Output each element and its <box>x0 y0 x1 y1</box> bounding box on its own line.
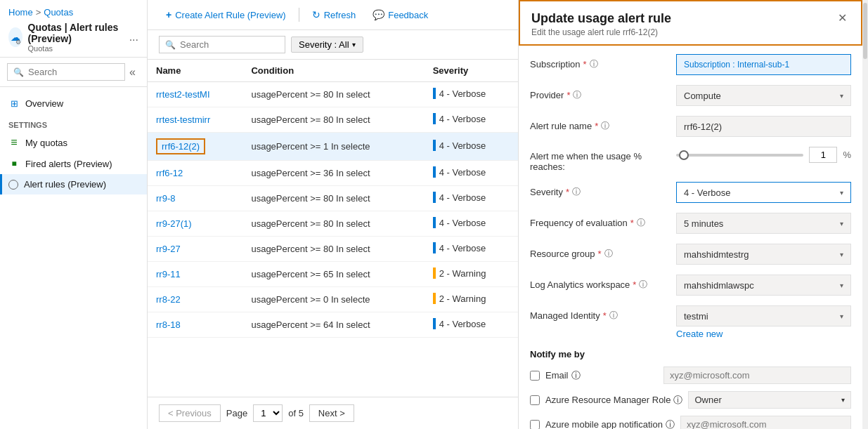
breadcrumb: Home > Quotas <box>8 7 138 18</box>
table-row[interactable]: rrf6-12usagePercent >= 36 In select4 - V… <box>148 161 518 186</box>
feedback-label: Feedback <box>388 10 428 20</box>
email-info-icon[interactable]: ⓘ <box>571 369 581 382</box>
cell-name: rr9-27(1) <box>148 211 242 237</box>
provider-info-icon[interactable]: ⓘ <box>573 89 581 101</box>
sidebar-item-overview-label: Overview <box>25 98 63 109</box>
alert-rule-name-info-icon[interactable]: ⓘ <box>601 120 609 132</box>
table-row[interactable]: rr9-27usagePercent >= 80 In select4 - Ve… <box>148 237 518 262</box>
email-checkbox[interactable] <box>530 371 540 381</box>
severity-dot-icon <box>433 217 436 228</box>
email-input[interactable] <box>663 367 851 384</box>
page-select[interactable]: 1 2 3 4 5 <box>253 404 283 422</box>
breadcrumb-home[interactable]: Home <box>8 7 33 18</box>
panel-title: Update usage alert rule <box>531 11 671 26</box>
resource-group-info-icon[interactable]: ⓘ <box>604 248 613 260</box>
mobile-input[interactable] <box>680 416 851 429</box>
table-row[interactable]: rr8-22usagePercent >= 0 In selecte2 - Wa… <box>148 287 518 312</box>
severity-filter-button[interactable]: Severity : All ▾ <box>291 37 363 53</box>
row-name-link[interactable]: rr9-27(1) <box>156 218 192 229</box>
severity-dropdown[interactable]: 4 - Verbose ▾ <box>676 182 851 203</box>
create-alert-rule-button[interactable]: + Create Alert Rule (Preview) <box>159 6 293 24</box>
severity-info-icon[interactable]: ⓘ <box>572 186 581 198</box>
cell-severity: 4 - Verbose <box>425 186 518 211</box>
resource-group-dropdown[interactable]: mahshidmtestrg ▾ <box>676 244 851 265</box>
row-name-link[interactable]: rrf6-12 <box>156 168 183 178</box>
next-page-button[interactable]: Next > <box>309 404 354 422</box>
row-name-link[interactable]: rrtest-testmirr <box>156 114 210 125</box>
severity-text: 4 - Verbose <box>439 114 486 124</box>
cell-severity: 4 - Verbose <box>425 107 518 133</box>
sidebar-item-alert-rules[interactable]: Alert rules (Preview) <box>0 174 147 194</box>
slider-thumb[interactable] <box>679 150 689 160</box>
arm-role-chevron-icon: ▾ <box>841 396 845 404</box>
managed-identity-info-icon[interactable]: ⓘ <box>609 310 618 322</box>
severity-filter-label: Severity : All <box>299 39 349 50</box>
table-row[interactable]: rrf6-12(2)usagePercent >= 1 In selecte4 … <box>148 133 518 161</box>
frequency-chevron-icon: ▾ <box>840 220 843 227</box>
more-options-icon[interactable]: ... <box>129 31 138 44</box>
mobile-checkbox[interactable] <box>530 420 540 430</box>
provider-dropdown[interactable]: Compute ▾ <box>676 85 851 106</box>
quota-icon: ≡ <box>8 137 20 148</box>
slider-value-input[interactable]: 1 <box>809 147 837 163</box>
table-row[interactable]: rr9-8usagePercent >= 80 In select4 - Ver… <box>148 186 518 211</box>
app-subtitle: Quotas <box>28 44 124 53</box>
log-analytics-info-icon[interactable]: ⓘ <box>639 279 647 291</box>
feedback-button[interactable]: 💬 Feedback <box>365 6 435 24</box>
notify-section-label: Notify me by <box>530 349 851 359</box>
selected-name-cell: rrf6-12(2) <box>156 138 205 154</box>
slider-track[interactable] <box>676 154 803 157</box>
arm-role-dropdown[interactable]: Owner ▾ <box>688 391 851 409</box>
arm-role-checkbox[interactable] <box>530 395 540 405</box>
table-row[interactable]: rr9-27(1)usagePercent >= 80 In select4 -… <box>148 211 518 237</box>
severity-badge: 2 - Warning <box>433 293 486 304</box>
row-name-link[interactable]: rrtest2-testMI <box>156 89 210 100</box>
frequency-dropdown[interactable]: 5 minutes ▾ <box>676 213 851 234</box>
slider-row: 1 % <box>676 147 851 163</box>
col-condition: Condition <box>242 60 424 82</box>
table-toolbar: 🔍 Severity : All ▾ <box>148 30 518 60</box>
create-new-link[interactable]: Create new <box>676 329 723 339</box>
row-name-link[interactable]: rr9-27 <box>156 244 181 254</box>
panel-header: Update usage alert rule Edit the usage a… <box>519 0 862 46</box>
table-row[interactable]: rr8-18usagePercent >= 64 In select4 - Ve… <box>148 312 518 338</box>
table-header: Name Condition Severity <box>148 60 518 82</box>
table-row[interactable]: rr9-11usagePercent >= 65 In select2 - Wa… <box>148 262 518 287</box>
table-row[interactable]: rrtest2-testMIusagePercent >= 80 In sele… <box>148 82 518 107</box>
subscription-info-icon[interactable]: ⓘ <box>590 58 598 70</box>
sidebar-search-area: 🔍 « <box>0 58 147 87</box>
sidebar-header: Home > Quotas ☁ ⚙ Quotas | Alert rules (… <box>0 0 147 58</box>
right-panel-scrollbar[interactable] <box>862 0 868 429</box>
sidebar-item-fired-alerts[interactable]: ■ Fired alerts (Preview) <box>0 153 147 174</box>
breadcrumb-quotas[interactable]: Quotas <box>44 7 73 18</box>
table-search-input[interactable] <box>180 39 279 50</box>
panel-close-button[interactable]: ✕ <box>835 11 850 25</box>
resource-group-row: Resource group * ⓘ mahshidmtestrg ▾ <box>530 244 851 265</box>
severity-badge: 4 - Verbose <box>433 217 486 228</box>
prev-page-button[interactable]: < Previous <box>159 404 221 422</box>
row-name-link[interactable]: rr8-18 <box>156 319 181 330</box>
cell-severity: 4 - Verbose <box>425 312 518 338</box>
row-name-link[interactable]: rr9-8 <box>156 193 175 204</box>
provider-row: Provider * ⓘ Compute ▾ <box>530 85 851 106</box>
severity-text: 4 - Verbose <box>439 140 486 151</box>
sidebar-item-overview[interactable]: ⊞ Overview <box>0 93 147 114</box>
provider-chevron-icon: ▾ <box>840 92 843 100</box>
refresh-icon: ↻ <box>312 9 320 20</box>
severity-text: 4 - Verbose <box>439 319 486 329</box>
frequency-info-icon[interactable]: ⓘ <box>637 217 645 229</box>
sidebar-collapse-button[interactable]: « <box>125 65 140 80</box>
table-body: rrtest2-testMIusagePercent >= 80 In sele… <box>148 82 518 338</box>
sidebar-search-input[interactable] <box>28 67 119 77</box>
row-name-link[interactable]: rr8-22 <box>156 294 181 305</box>
log-analytics-dropdown[interactable]: mahshidmlawspc ▾ <box>676 275 851 296</box>
sidebar-item-my-quotas[interactable]: ≡ My quotas <box>0 132 147 153</box>
arm-role-info-icon[interactable]: ⓘ <box>673 394 682 407</box>
managed-identity-dropdown[interactable]: testmi ▾ <box>676 305 851 326</box>
mobile-info-icon[interactable]: ⓘ <box>666 418 675 430</box>
create-alert-label: Create Alert Rule (Preview) <box>175 10 286 20</box>
sidebar-search-box: 🔍 <box>7 63 125 81</box>
table-row[interactable]: rrtest-testmirrusagePercent >= 80 In sel… <box>148 107 518 133</box>
row-name-link[interactable]: rr9-11 <box>156 269 181 279</box>
refresh-button[interactable]: ↻ Refresh <box>305 6 363 24</box>
